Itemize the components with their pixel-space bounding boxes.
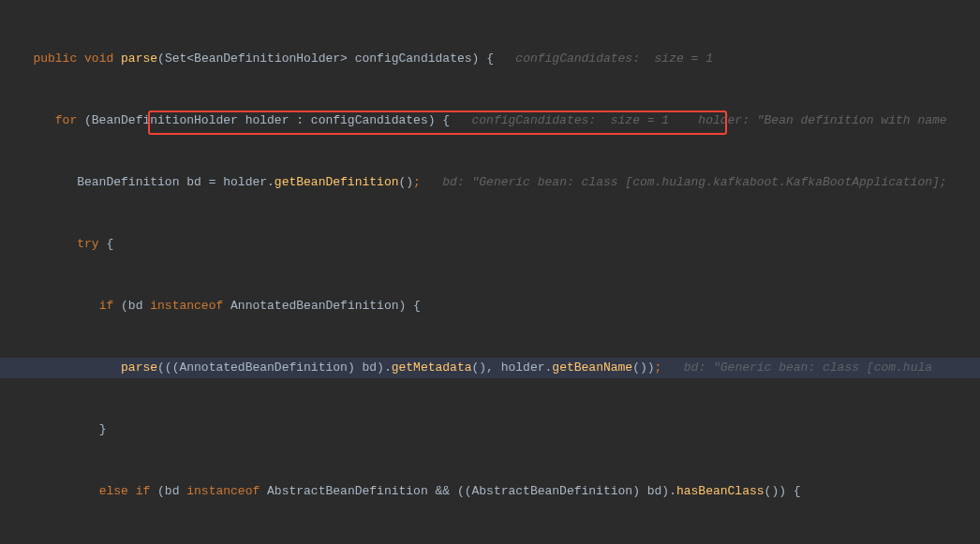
code-line[interactable]: else if (bd instanceof AbstractBeanDefin…: [0, 481, 980, 502]
code-line[interactable]: if (bd instanceof AnnotatedBeanDefinitio…: [0, 296, 980, 316]
code-line-highlighted[interactable]: parse(((AnnotatedBeanDefinition) bd).get…: [0, 358, 980, 378]
code-line[interactable]: }: [0, 419, 980, 440]
inline-hint: bd: "Generic bean: class [com.hulang.kaf…: [421, 175, 947, 189]
code-line[interactable]: for (BeanDefinitionHolder holder : confi…: [0, 110, 980, 131]
inline-hint: configCandidates: size = 1 holder: "Bean…: [450, 113, 947, 127]
code-line[interactable]: try {: [0, 234, 980, 255]
code-line[interactable]: BeanDefinition bd = holder.getBeanDefini…: [0, 172, 980, 193]
inline-hint: bd: "Generic bean: class [com.hula: [661, 360, 932, 375]
code-line[interactable]: public void parse(Set<BeanDefinitionHold…: [0, 49, 980, 69]
inline-hint: configCandidates: size = 1: [494, 51, 713, 66]
code-editor[interactable]: public void parse(Set<BeanDefinitionHold…: [0, 0, 980, 544]
